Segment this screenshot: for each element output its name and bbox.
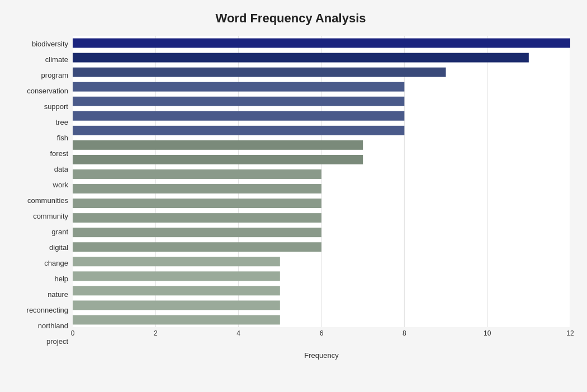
- y-label: data: [11, 161, 68, 177]
- bar-rect: [73, 126, 404, 135]
- bar-rect: [73, 82, 404, 92]
- bars-wrapper: [73, 36, 570, 327]
- bar-rect: [73, 53, 529, 63]
- y-label: climate: [11, 51, 68, 67]
- y-label: tree: [11, 114, 68, 130]
- bar-rect: [73, 169, 321, 179]
- x-tick: 12: [566, 329, 574, 337]
- y-label: communities: [11, 192, 68, 208]
- bar-rect: [73, 257, 280, 266]
- x-axis: Frequency 024681012: [73, 327, 570, 350]
- y-label: work: [11, 177, 68, 192]
- bar-rect: [73, 271, 280, 281]
- y-axis: biodiversityclimateprogramconservationsu…: [11, 36, 73, 350]
- bar-rect: [73, 111, 404, 121]
- bar-rect: [73, 213, 321, 223]
- bar-rect: [73, 242, 321, 252]
- bars-and-xaxis: Frequency 024681012: [73, 36, 570, 350]
- y-label: fish: [11, 130, 68, 145]
- x-tick: 2: [154, 329, 158, 337]
- chart-title: Word Frequency Analysis: [11, 11, 570, 26]
- chart-area: biodiversityclimateprogramconservationsu…: [11, 36, 570, 350]
- y-label: project: [11, 334, 68, 350]
- bar-rect: [73, 97, 404, 106]
- y-label: reconnecting: [11, 303, 68, 318]
- y-label: community: [11, 209, 68, 224]
- chart-container: Word Frequency Analysis biodiversityclim…: [0, 0, 587, 392]
- bar-rect: [73, 228, 321, 237]
- chart-svg: [73, 36, 570, 327]
- x-tick: 10: [484, 329, 491, 337]
- bar-rect: [73, 315, 280, 325]
- bar-rect: [73, 39, 570, 48]
- y-label: biodiversity: [11, 36, 68, 51]
- y-label: program: [11, 67, 68, 83]
- bar-rect: [73, 300, 280, 310]
- bar-rect: [73, 140, 363, 150]
- y-label: support: [11, 98, 68, 114]
- y-label: help: [11, 271, 68, 287]
- y-label: nature: [11, 287, 68, 303]
- bar-rect: [73, 184, 321, 193]
- bar-rect: [73, 68, 446, 77]
- y-label: conservation: [11, 83, 68, 98]
- x-tick: 8: [403, 329, 406, 337]
- bar-rect: [73, 199, 321, 208]
- x-tick: 4: [236, 329, 240, 337]
- y-label: forest: [11, 145, 68, 161]
- y-label: grant: [11, 224, 68, 240]
- x-axis-label: Frequency: [304, 351, 338, 360]
- y-label: change: [11, 256, 68, 271]
- bar-rect: [73, 286, 280, 295]
- y-label: digital: [11, 240, 68, 256]
- bar-rect: [73, 155, 363, 164]
- x-tick: 6: [320, 329, 324, 337]
- y-label: northland: [11, 318, 68, 334]
- x-tick: 0: [71, 329, 75, 337]
